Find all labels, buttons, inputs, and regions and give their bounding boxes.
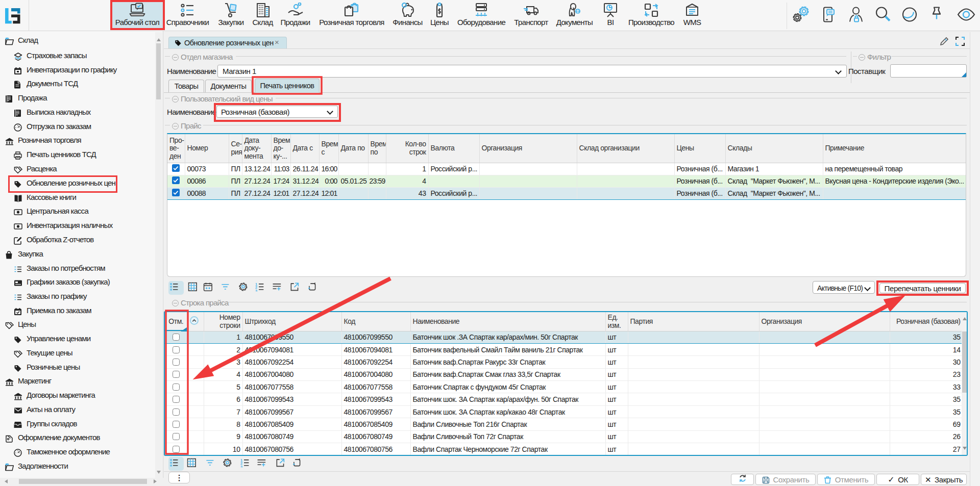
svg-text:3: 3 — [240, 465, 242, 468]
svg-text:3: 3 — [255, 289, 257, 292]
